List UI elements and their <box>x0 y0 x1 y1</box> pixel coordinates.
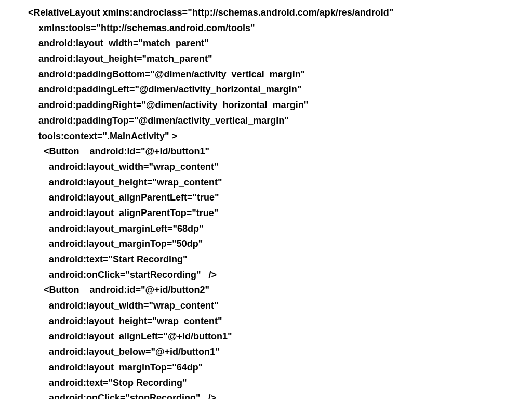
code-line: android:paddingTop="@dimen/activity_vert… <box>28 113 532 129</box>
code-line: android:layout_alignLeft="@+id/button1" <box>28 329 532 344</box>
code-block: <RelativeLayout xmlns:androclass="http:/… <box>0 0 532 399</box>
code-line: android:onClick="stopRecording" /> <box>28 391 532 399</box>
code-line: android:text="Start Recording" <box>28 252 532 268</box>
code-line: android:layout_alignParentLeft="true" <box>28 190 532 206</box>
code-line: <RelativeLayout xmlns:androclass="http:/… <box>28 5 532 21</box>
code-line: android:paddingLeft="@dimen/activity_hor… <box>28 82 532 98</box>
code-line: android:layout_marginTop="64dp" <box>28 360 532 376</box>
code-line: android:layout_marginTop="50dp" <box>28 236 532 252</box>
code-line: android:layout_width="wrap_content" <box>28 159 532 175</box>
code-line: android:layout_below="@+id/button1" <box>28 344 532 360</box>
code-line: android:layout_height="wrap_content" <box>28 175 532 191</box>
code-line: android:text="Stop Recording" <box>28 376 532 391</box>
code-line: android:paddingRight="@dimen/activity_ho… <box>28 98 532 113</box>
code-line: android:layout_width="match_parent" <box>28 36 532 51</box>
code-line: android:onClick="startRecording" /> <box>28 268 532 283</box>
code-line: android:layout_width="wrap_content" <box>28 298 532 314</box>
code-line: android:paddingBottom="@dimen/activity_v… <box>28 67 532 83</box>
code-line: android:layout_marginLeft="68dp" <box>28 221 532 237</box>
code-line: tools:context=".MainActivity" > <box>28 129 532 144</box>
code-line: android:layout_height="wrap_content" <box>28 314 532 329</box>
code-line: android:layout_alignParentTop="true" <box>28 206 532 221</box>
code-line: <Button android:id="@+id/button1" <box>28 144 532 159</box>
code-line: android:layout_height="match_parent" <box>28 51 532 67</box>
code-line: xmlns:tools="http://schemas.android.com/… <box>28 21 532 36</box>
code-line: <Button android:id="@+id/button2" <box>28 283 532 298</box>
